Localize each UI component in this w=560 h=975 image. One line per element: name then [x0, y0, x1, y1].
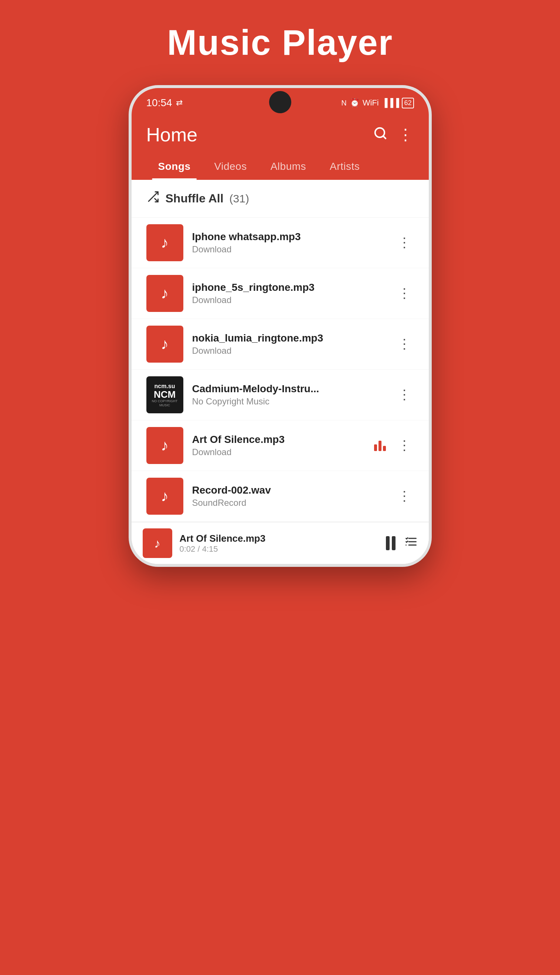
shuffle-count: (31) — [230, 192, 249, 205]
ncm-main-text: NCM — [154, 390, 176, 399]
song-thumbnail: ♪ — [147, 224, 183, 261]
song-artist: Download — [192, 244, 386, 254]
shuffle-icon — [147, 190, 160, 207]
music-note-icon: ♪ — [161, 436, 168, 454]
mini-music-note-icon: ♪ — [154, 536, 160, 550]
song-title: Cadmium-Melody-Instru... — [192, 383, 386, 395]
svg-line-1 — [383, 136, 385, 139]
mini-player-thumbnail: ♪ — [143, 528, 172, 558]
song-artist: Download — [192, 295, 386, 305]
tab-videos[interactable]: Videos — [203, 155, 259, 180]
playing-bars-indicator — [374, 440, 386, 451]
song-title: iphone_5s_ringtone.mp3 — [192, 282, 386, 293]
song-item[interactable]: ♪ Record-002.wav SoundRecord ⋮ — [132, 471, 429, 522]
ncm-top-text: ncm.su — [154, 383, 175, 390]
mini-player[interactable]: ♪ Art Of Silence.mp3 0:02 / 4:15 — [132, 522, 429, 564]
music-note-icon: ♪ — [161, 487, 168, 505]
wifi-icon: WiFi — [363, 98, 379, 108]
song-more-button[interactable]: ⋮ — [395, 384, 414, 406]
signal-icon: ▐▐▐ — [382, 98, 399, 108]
song-info: Cadmium-Melody-Instru... No Copyright Mu… — [192, 383, 386, 406]
music-note-icon: ♪ — [161, 234, 168, 252]
alarm-icon: ⏰ — [350, 98, 360, 108]
song-info: nokia_lumia_ringtone.mp3 Download — [192, 332, 386, 356]
song-info: Art Of Silence.mp3 Download — [192, 434, 365, 457]
song-more-button[interactable]: ⋮ — [395, 435, 414, 456]
mini-player-controls — [386, 535, 418, 552]
song-title: Art Of Silence.mp3 — [192, 434, 365, 445]
phone-mockup: 10:54 ⇄ N ⏰ WiFi ▐▐▐ 62 Home — [128, 85, 432, 567]
battery-icon: 62 — [402, 98, 413, 109]
mini-player-time: 0:02 / 4:15 — [180, 544, 378, 554]
status-icons: N ⏰ WiFi ▐▐▐ 62 — [341, 98, 413, 109]
more-options-icon[interactable]: ⋮ — [398, 127, 414, 142]
tab-albums[interactable]: Albums — [259, 155, 318, 180]
tab-artists[interactable]: Artists — [318, 155, 372, 180]
song-info: iphone_5s_ringtone.mp3 Download — [192, 282, 386, 305]
header-icons: ⋮ — [373, 126, 414, 144]
pause-button[interactable] — [386, 536, 395, 550]
song-info: Iphone whatsapp.mp3 Download — [192, 231, 386, 254]
camera-notch — [269, 91, 291, 113]
song-artist: Download — [192, 447, 365, 457]
song-item[interactable]: ♪ Art Of Silence.mp3 Download ⋮ — [132, 420, 429, 471]
song-title: nokia_lumia_ringtone.mp3 — [192, 332, 386, 344]
song-more-button[interactable]: ⋮ — [395, 333, 414, 355]
nfc-icon: N — [341, 99, 347, 107]
song-item[interactable]: ncm.su NCM NO COPYRIGHT MUSIC Cadmium-Me… — [132, 370, 429, 420]
song-thumbnail: ♪ — [147, 478, 183, 515]
song-artist: No Copyright Music — [192, 396, 386, 406]
shuffle-label: Shuffle All — [166, 192, 223, 206]
mini-player-info: Art Of Silence.mp3 0:02 / 4:15 — [180, 533, 378, 554]
tab-songs[interactable]: Songs — [147, 155, 203, 180]
mini-player-title: Art Of Silence.mp3 — [180, 533, 378, 544]
song-more-button[interactable]: ⋮ — [395, 283, 414, 304]
shuffle-row[interactable]: Shuffle All (31) — [132, 180, 429, 217]
song-item[interactable]: ♪ Iphone whatsapp.mp3 Download ⋮ — [132, 217, 429, 268]
app-header-title: Home — [147, 124, 198, 146]
song-item[interactable]: ♪ nokia_lumia_ringtone.mp3 Download ⋮ — [132, 319, 429, 370]
ncm-sub-text: NO COPYRIGHT MUSIC — [147, 399, 183, 407]
song-thumbnail: ♪ — [147, 326, 183, 363]
song-thumbnail: ♪ — [147, 275, 183, 312]
status-time: 10:54 ⇄ — [147, 97, 183, 109]
content-area: Shuffle All (31) ♪ Iphone whatsapp.mp3 D… — [132, 180, 429, 564]
song-more-button[interactable]: ⋮ — [395, 485, 414, 507]
song-item[interactable]: ♪ iphone_5s_ringtone.mp3 Download ⋮ — [132, 268, 429, 319]
song-artist: Download — [192, 346, 386, 356]
song-info: Record-002.wav SoundRecord — [192, 484, 386, 508]
app-title-row: Home ⋮ — [147, 124, 414, 146]
page-title: Music Player — [167, 22, 393, 63]
queue-icon[interactable] — [404, 535, 418, 552]
ncm-thumbnail: ncm.su NCM NO COPYRIGHT MUSIC — [147, 376, 183, 413]
song-artist: SoundRecord — [192, 498, 386, 508]
song-title: Iphone whatsapp.mp3 — [192, 231, 386, 243]
tabs-row: Songs Videos Albums Artists — [147, 155, 414, 180]
music-note-icon: ♪ — [161, 284, 168, 302]
sync-icon: ⇄ — [176, 98, 183, 108]
status-bar: 10:54 ⇄ N ⏰ WiFi ▐▐▐ 62 — [132, 88, 429, 115]
song-more-button[interactable]: ⋮ — [395, 232, 414, 253]
song-title: Record-002.wav — [192, 484, 386, 496]
music-note-icon: ♪ — [161, 335, 168, 353]
song-thumbnail: ♪ — [147, 427, 183, 464]
app-header: Home ⋮ Songs Videos Albums — [132, 115, 429, 180]
search-icon[interactable] — [373, 126, 387, 144]
